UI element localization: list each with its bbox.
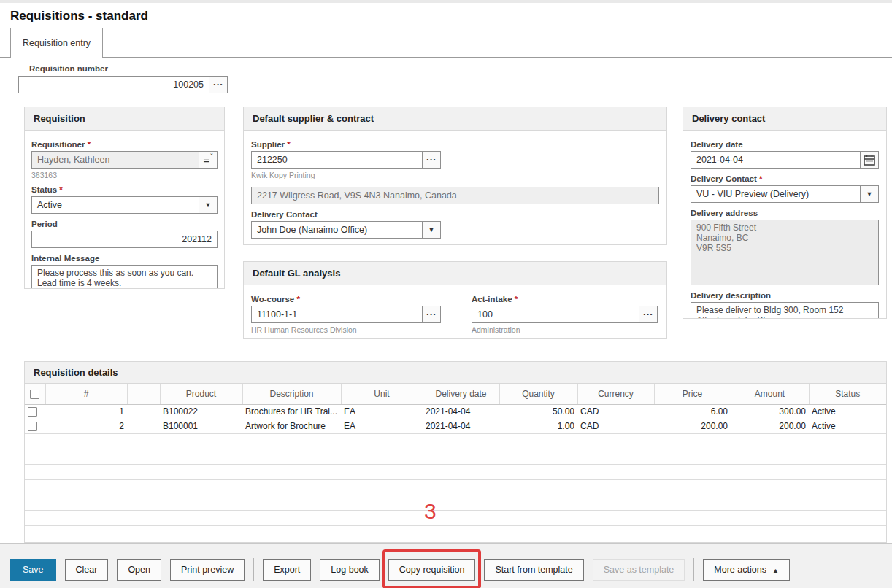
ellipsis-icon: ... <box>426 154 437 161</box>
cell-description[interactable]: Artwork for Brochure <box>242 419 341 433</box>
select-all-checkbox[interactable] <box>30 390 39 399</box>
cell-amount[interactable]: 300.00 <box>731 404 809 419</box>
save-button[interactable]: Save <box>10 559 56 581</box>
delivery-date-calendar-button[interactable] <box>860 151 879 169</box>
clear-button[interactable]: Clear <box>65 559 109 581</box>
column-header-product: Product <box>160 384 242 404</box>
delivery-description-line: Please deliver to Bldg 300, Room 152 <box>696 305 873 315</box>
cell-delivery-date[interactable]: 2021-04-04 <box>423 404 499 419</box>
cell-product[interactable]: B100022 <box>160 404 242 419</box>
export-button[interactable]: Export <box>263 559 311 581</box>
status-select[interactable]: Active <box>31 196 199 214</box>
tab-requisition-entry[interactable]: Requisition entry <box>10 28 103 58</box>
act-intake-helper: Administration <box>472 325 658 334</box>
period-label: Period <box>31 220 218 228</box>
row-checkbox[interactable] <box>28 407 37 417</box>
requisition-number-group: Requisition number 100205 ... <box>18 64 237 93</box>
tab-label: Requisition entry <box>23 38 91 48</box>
requisition-panel: Requisition Requisitioner Hayden, Kathle… <box>24 107 225 289</box>
internal-message-textarea[interactable]: Please process this as soon as you can. … <box>31 265 218 289</box>
delivery-address-line: Nanaimo, BC <box>696 233 873 243</box>
column-header-price: Price <box>654 384 731 404</box>
cell-delivery-date[interactable]: 2021-04-04 <box>423 419 499 433</box>
delivery-description-line: Attention: John Blue <box>696 315 873 319</box>
more-actions-label: More actions <box>714 565 766 575</box>
delivery-address-line: V9R 5S5 <box>696 243 873 253</box>
start-from-template-button[interactable]: Start from template <box>484 559 583 581</box>
button-separator <box>253 558 254 581</box>
delivery-contact-dropdown-button[interactable]: ▼ <box>860 185 879 203</box>
cell-quantity[interactable]: 50.00 <box>499 404 577 419</box>
cell-amount[interactable]: 200.00 <box>731 419 809 433</box>
requisitioner-id: 363163 <box>31 171 218 179</box>
delivery-address-textarea: 900 Fifth Street Nanaimo, BC V9R 5S5 <box>691 220 879 285</box>
cell-description[interactable]: Brochures for HR Trai... <box>242 404 341 419</box>
ellipsis-icon: ... <box>213 79 223 86</box>
empty-grid-row <box>25 495 886 510</box>
ellipsis-icon: ... <box>643 309 653 316</box>
delivery-description-textarea[interactable]: Please deliver to Bldg 300, Room 152 Att… <box>691 302 879 319</box>
cell-price[interactable]: 6.00 <box>654 404 731 419</box>
window-top-strip <box>0 0 892 3</box>
column-header-status: Status <box>809 384 886 404</box>
cell-currency[interactable]: CAD <box>577 419 654 433</box>
table-row[interactable]: 1 B100022 Brochures for HR Trai... EA 20… <box>25 404 886 419</box>
requisition-number-label: Requisition number <box>29 64 237 73</box>
requisition-number-lookup-button[interactable]: ... <box>209 76 228 93</box>
supplier-label: Supplier <box>251 140 659 149</box>
column-header-amount: Amount <box>731 384 809 404</box>
annotation-step-number: 3 <box>424 499 437 524</box>
log-book-button[interactable]: Log book <box>320 559 379 581</box>
wo-course-label: Wo-course <box>251 295 442 303</box>
act-intake-lookup-button[interactable]: ... <box>639 306 658 323</box>
internal-message-line: Lead time is 4 weeks. <box>37 278 212 288</box>
select-all-header-cell <box>25 384 45 404</box>
gl-analysis-panel: Default GL analysis Wo-course 11100-1-1 … <box>243 261 667 339</box>
supplier-delivery-contact-dropdown-button[interactable]: ▼ <box>422 221 441 239</box>
supplier-input[interactable]: 212250 <box>251 151 423 169</box>
column-header-delivery-date: Delivery date <box>423 384 499 404</box>
table-row[interactable]: 2 B100001 Artwork for Brochure EA 2021-0… <box>25 419 886 433</box>
empty-grid-row <box>25 433 886 449</box>
tab-bar-divider <box>0 57 892 58</box>
empty-grid-row <box>25 510 886 525</box>
supplier-delivery-contact-select[interactable]: John Doe (Nanaimo Office) <box>251 221 423 239</box>
cell-product[interactable]: B100001 <box>160 419 242 433</box>
cell-unit[interactable]: EA <box>341 404 423 419</box>
requisitioner-menu-button[interactable]: ≡ˇ <box>199 151 218 169</box>
cell-status[interactable]: Active <box>809 404 886 419</box>
wo-course-input[interactable]: 11100-1-1 <box>251 306 423 323</box>
print-preview-button[interactable]: Print preview <box>170 559 245 581</box>
open-button[interactable]: Open <box>117 559 161 581</box>
grid-total-row: 500.00 <box>25 541 886 543</box>
requisition-details-panel: Requisition details # Product Descriptio… <box>24 361 887 543</box>
delivery-date-label: Delivery date <box>691 140 879 149</box>
calendar-icon <box>864 155 875 166</box>
more-actions-button[interactable]: More actions▲ <box>703 559 789 581</box>
cell-num[interactable]: 1 <box>45 404 127 419</box>
cell-unit[interactable]: EA <box>341 419 423 433</box>
status-label: Status <box>31 185 218 194</box>
requisition-number-input[interactable]: 100205 <box>18 76 209 93</box>
delivery-contact-select[interactable]: VU - VIU Preview (Delivery) <box>691 185 861 203</box>
status-dropdown-button[interactable]: ▼ <box>199 196 218 214</box>
supplier-lookup-button[interactable]: ... <box>422 151 441 169</box>
delivery-address-line: 900 Fifth Street <box>696 223 873 233</box>
cell-quantity[interactable]: 1.00 <box>499 419 577 433</box>
act-intake-input[interactable]: 100 <box>472 306 639 323</box>
cell-status[interactable]: Active <box>809 419 886 433</box>
cell-num[interactable]: 2 <box>45 419 127 433</box>
delivery-contact-panel-title: Delivery contact <box>683 107 886 131</box>
empty-grid-row <box>25 525 886 541</box>
copy-requisition-button[interactable]: Copy requisition <box>388 559 476 581</box>
delivery-date-input[interactable]: 2021-04-04 <box>691 151 861 169</box>
cell-blank <box>127 419 160 433</box>
menu-icon: ≡ <box>203 155 209 164</box>
row-checkbox[interactable] <box>28 422 37 431</box>
cell-currency[interactable]: CAD <box>577 404 654 419</box>
wo-course-lookup-button[interactable]: ... <box>422 306 441 323</box>
cell-price[interactable]: 200.00 <box>654 419 731 433</box>
requisitioner-input[interactable]: Hayden, Kathleen <box>31 151 199 169</box>
period-input[interactable]: 202112 <box>31 231 218 248</box>
requisition-details-grid: # Product Description Unit Delivery date… <box>25 384 886 543</box>
